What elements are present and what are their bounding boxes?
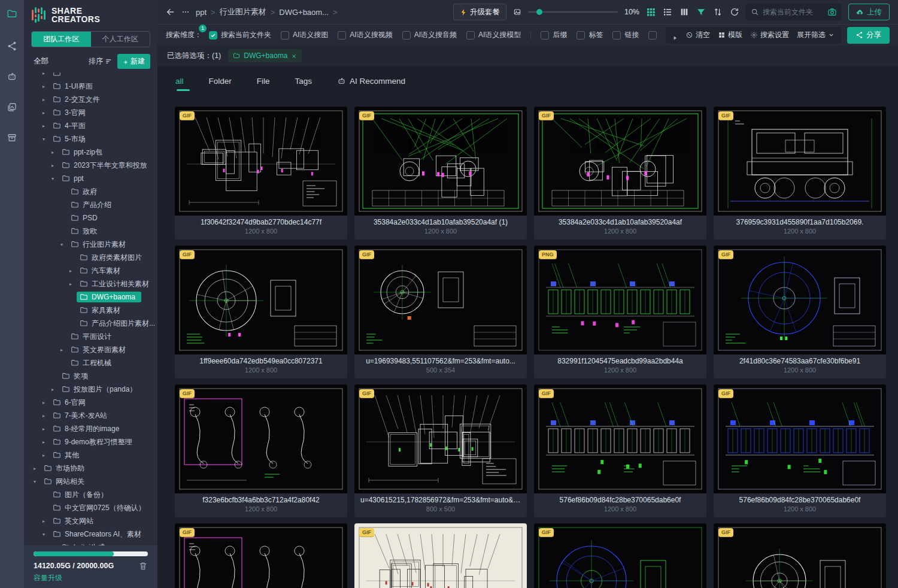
tree-item[interactable]: ▸2-交互文件 bbox=[24, 93, 157, 106]
tree-item[interactable]: PSD bbox=[24, 211, 157, 225]
asset-card[interactable]: GIFf323e6bcfb3f4a6bb3c712a4f2a80f421200 … bbox=[175, 384, 347, 517]
asset-card[interactable]: GIF35384a2e033c4d1ab10afab39520a4af (1)1… bbox=[354, 107, 527, 240]
archive-icon[interactable] bbox=[7, 132, 17, 143]
zoom-slider-track[interactable] bbox=[528, 11, 618, 13]
tree-item[interactable]: 图片（备份） bbox=[24, 488, 157, 501]
zoom-slider[interactable] bbox=[528, 11, 618, 13]
checkbox-icon[interactable] bbox=[338, 31, 346, 40]
tree-item[interactable]: ▸9-demo教程习惯整理 bbox=[24, 435, 157, 448]
caret-down-icon[interactable]: ▾ bbox=[43, 137, 50, 142]
checkbox-icon[interactable] bbox=[402, 31, 411, 40]
filter-funnel-icon[interactable] bbox=[696, 7, 706, 17]
tree-item[interactable]: kaitai生成 bbox=[24, 541, 157, 545]
asset-card[interactable]: GIF2f41d80c36e74583aa67cfe30bf6be911200 … bbox=[714, 245, 886, 378]
tree-item[interactable]: 政府类素材图片 bbox=[24, 251, 157, 264]
folder-icon[interactable] bbox=[7, 8, 17, 19]
tree-item[interactable]: ▾ppt bbox=[24, 172, 157, 185]
tree-item[interactable]: ▸4-平面 bbox=[24, 119, 157, 132]
tree-item[interactable]: ▸投放图片（panda） bbox=[24, 383, 157, 396]
asset-card[interactable]: GIF576ef86b09d84fc28be370065dab6e0f1200 … bbox=[534, 384, 706, 517]
tree-item[interactable]: ▾5-市场 bbox=[24, 132, 157, 146]
tree-item[interactable]: ▸汽车素材 bbox=[24, 264, 157, 277]
filter-checkbox-0[interactable]: 搜索当前文件夹 bbox=[209, 30, 271, 40]
checkbox-checked-icon[interactable] bbox=[209, 31, 217, 40]
sort-control[interactable]: 排序 bbox=[89, 56, 113, 66]
caret-right-icon[interactable]: ▸ bbox=[51, 163, 59, 168]
caret-down-icon[interactable]: ▾ bbox=[51, 176, 59, 181]
caret-right-icon[interactable]: ▸ bbox=[43, 426, 50, 432]
asset-card[interactable]: GIF576ef86b09d84fc28be370065dab6e0f1200 … bbox=[714, 384, 886, 517]
caret-right-icon[interactable]: ▸ bbox=[34, 466, 41, 471]
caret-right-icon[interactable]: ▸ bbox=[69, 268, 77, 274]
caret-right-icon[interactable]: ▸ bbox=[51, 150, 59, 155]
tree-item[interactable]: 工程机械 bbox=[24, 356, 157, 369]
tree-item[interactable]: ▸8-经常用的image bbox=[24, 422, 157, 435]
checkbox-icon[interactable] bbox=[281, 31, 289, 40]
tree-item[interactable]: ▸英文网站 bbox=[24, 514, 157, 528]
filter-checkbox-8[interactable]: 注释 bbox=[648, 30, 661, 40]
expand-filter-button[interactable]: 展开筛选 bbox=[797, 30, 835, 40]
overflow-arrow-icon[interactable] bbox=[672, 32, 678, 38]
tree-item-selected[interactable]: DWG+baoma bbox=[24, 290, 157, 304]
storage-upgrade-link[interactable]: 容量升级 bbox=[34, 573, 62, 583]
asset-card[interactable]: GIFu=430615215,1782856972&fm=253&fmt=aut… bbox=[354, 384, 527, 517]
bot-icon[interactable] bbox=[7, 71, 17, 82]
filter-checkbox-4[interactable]: AI语义搜模型 bbox=[466, 30, 521, 40]
tree-item[interactable]: ▸其他 bbox=[24, 448, 157, 462]
tree-item[interactable]: ▸7-美术-发A站 bbox=[24, 409, 157, 422]
back-icon[interactable] bbox=[166, 7, 175, 17]
tree-item[interactable]: 家具素材 bbox=[24, 304, 157, 317]
all-filter[interactable]: 全部 bbox=[34, 56, 48, 66]
tree-item[interactable]: 政府 bbox=[24, 185, 157, 198]
asset-card[interactable]: GIF bbox=[354, 523, 527, 588]
tab-folder[interactable]: Folder bbox=[209, 77, 232, 86]
tree-item[interactable]: ▾行业图片素材 bbox=[24, 238, 157, 251]
checkbox-icon[interactable] bbox=[612, 31, 621, 40]
filter-checkbox-7[interactable]: 链接 bbox=[612, 30, 639, 40]
asset-card[interactable]: GIF1ff9eee60da742edb549ea0cc80723711200 … bbox=[175, 245, 347, 378]
asset-card[interactable]: GIF376959c3931d455890f1aa7d105b2069.1200… bbox=[714, 107, 886, 240]
selected-filter-chip[interactable]: DWG+baoma bbox=[228, 49, 302, 62]
caret-right-icon[interactable]: ▸ bbox=[43, 110, 50, 116]
tab-personal-workspace[interactable]: 个人工作区 bbox=[91, 32, 150, 47]
new-button[interactable]: 新建 bbox=[117, 54, 150, 69]
tree-item[interactable]: 平面设计 bbox=[24, 330, 157, 343]
caret-right-icon[interactable]: ▸ bbox=[43, 72, 50, 76]
tree-item[interactable]: ▸ppt-zip包 bbox=[24, 146, 157, 159]
filter-checkbox-2[interactable]: AI语义搜视频 bbox=[338, 30, 392, 40]
tree-item[interactable]: 中文官网0725（待确认） bbox=[24, 501, 157, 514]
checkbox-icon[interactable] bbox=[541, 31, 549, 40]
caret-right-icon[interactable]: ▸ bbox=[60, 347, 68, 353]
tab-all[interactable]: all bbox=[175, 77, 184, 86]
caret-right-icon[interactable]: ▸ bbox=[51, 387, 59, 392]
tree-item[interactable]: 产品介绍 bbox=[24, 198, 157, 211]
zoom-slider-knob[interactable] bbox=[536, 9, 542, 15]
caret-right-icon[interactable]: ▸ bbox=[43, 519, 50, 524]
breadcrumb-item[interactable]: ppt bbox=[196, 8, 207, 17]
search-settings-button[interactable]: 搜索设置 bbox=[750, 30, 789, 40]
filter-checkbox-6[interactable]: 标签 bbox=[577, 30, 603, 40]
share-icon[interactable] bbox=[7, 41, 17, 51]
caret-down-icon[interactable]: ▾ bbox=[60, 242, 68, 247]
caret-right-icon[interactable]: ▸ bbox=[43, 84, 50, 89]
asset-card[interactable]: GIF bbox=[714, 523, 886, 588]
caret-right-icon[interactable]: ▸ bbox=[43, 440, 50, 445]
tree-item[interactable]: ▸1-UI界面 bbox=[24, 80, 157, 93]
search-input[interactable] bbox=[763, 8, 824, 16]
tree-item[interactable]: ▸3-官网 bbox=[24, 106, 157, 119]
tab-team-workspace[interactable]: 团队工作区 bbox=[32, 32, 91, 47]
sort-order-icon[interactable] bbox=[713, 7, 723, 17]
caret-right-icon[interactable]: ▸ bbox=[43, 453, 50, 458]
tree-item[interactable]: ▸2023下半年文章和投放 bbox=[24, 159, 157, 172]
upload-button[interactable]: 上传 bbox=[848, 4, 890, 20]
tree-item[interactable]: ▸市场协助 bbox=[24, 462, 157, 475]
camera-search-icon[interactable] bbox=[827, 7, 837, 17]
filter-checkbox-1[interactable]: AI语义搜图 bbox=[281, 30, 328, 40]
tree-item[interactable]: ▸ bbox=[24, 72, 157, 80]
trash-icon[interactable] bbox=[138, 561, 148, 571]
caret-down-icon[interactable]: ▾ bbox=[43, 532, 50, 537]
breadcrumb-item[interactable]: DWG+baom... bbox=[279, 8, 329, 17]
grid-view-icon[interactable] bbox=[646, 7, 656, 17]
tree-item[interactable]: 产品介绍图片素材... bbox=[24, 317, 157, 330]
template-button[interactable]: 模版 bbox=[718, 30, 742, 40]
